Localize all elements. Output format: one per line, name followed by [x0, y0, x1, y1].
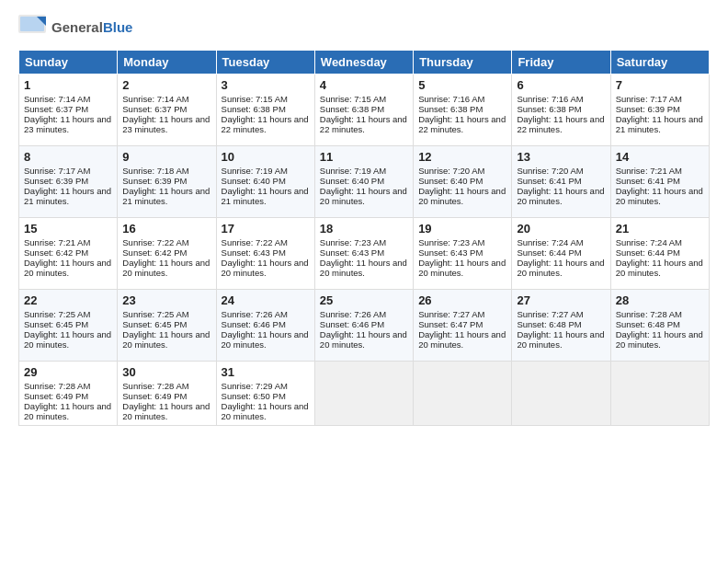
page: GeneralBlue Sunday Monday Tuesday Wednes… [0, 0, 728, 563]
col-friday: Friday [512, 51, 610, 75]
day-number: 17 [222, 222, 310, 236]
daylight-label: Daylight: 11 hours and 23 minutes. [24, 114, 111, 134]
table-row: 7 Sunrise: 7:17 AM Sunset: 6:39 PM Dayli… [610, 75, 709, 146]
sunrise-label: Sunrise: 7:16 AM [418, 94, 484, 104]
sunset-label: Sunset: 6:41 PM [517, 176, 581, 186]
sunset-label: Sunset: 6:42 PM [24, 247, 88, 258]
daylight-label: Daylight: 11 hours and 20 minutes. [122, 258, 210, 278]
sunrise-label: Sunrise: 7:22 AM [222, 237, 288, 247]
day-number: 11 [320, 150, 408, 164]
table-row [414, 362, 512, 426]
day-number: 21 [616, 222, 704, 236]
daylight-label: Daylight: 11 hours and 20 minutes. [24, 258, 111, 278]
sunset-label: Sunset: 6:45 PM [122, 319, 187, 329]
logo-general: General [51, 19, 103, 35]
day-number: 15 [24, 222, 112, 236]
sunset-label: Sunset: 6:46 PM [222, 319, 286, 329]
sunset-label: Sunset: 6:40 PM [320, 176, 384, 186]
logo: GeneralBlue [18, 15, 132, 40]
sunset-label: Sunset: 6:38 PM [517, 104, 581, 114]
sunrise-label: Sunrise: 7:14 AM [122, 94, 188, 104]
table-row: 18 Sunrise: 7:23 AM Sunset: 6:43 PM Dayl… [314, 218, 413, 290]
table-row: 20 Sunrise: 7:24 AM Sunset: 6:44 PM Dayl… [512, 218, 610, 290]
daylight-label: Daylight: 11 hours and 20 minutes. [517, 186, 604, 206]
day-number: 10 [222, 150, 310, 164]
sunset-label: Sunset: 6:40 PM [418, 176, 483, 186]
daylight-label: Daylight: 11 hours and 20 minutes. [320, 258, 407, 278]
sunset-label: Sunset: 6:43 PM [222, 247, 286, 258]
day-number: 2 [122, 78, 210, 92]
sunrise-label: Sunrise: 7:25 AM [122, 309, 188, 319]
sunrise-label: Sunrise: 7:18 AM [122, 166, 188, 176]
sunset-label: Sunset: 6:40 PM [222, 176, 286, 186]
sunrise-label: Sunrise: 7:24 AM [517, 237, 583, 247]
sunrise-label: Sunrise: 7:23 AM [320, 237, 386, 247]
day-number: 16 [122, 222, 210, 236]
table-row: 24 Sunrise: 7:26 AM Sunset: 6:46 PM Dayl… [216, 290, 314, 362]
day-number: 8 [24, 150, 112, 164]
daylight-label: Daylight: 11 hours and 20 minutes. [222, 329, 309, 350]
col-tuesday: Tuesday [216, 51, 314, 75]
sunrise-label: Sunrise: 7:14 AM [24, 94, 90, 104]
table-row: 19 Sunrise: 7:23 AM Sunset: 6:43 PM Dayl… [414, 218, 512, 290]
table-row: 11 Sunrise: 7:19 AM Sunset: 6:40 PM Dayl… [314, 146, 413, 218]
sunrise-label: Sunrise: 7:22 AM [122, 237, 188, 247]
sunrise-label: Sunrise: 7:28 AM [24, 381, 90, 391]
col-sunday: Sunday [19, 51, 118, 75]
day-number: 24 [222, 293, 310, 307]
day-number: 18 [320, 222, 408, 236]
table-row: 10 Sunrise: 7:19 AM Sunset: 6:40 PM Dayl… [216, 146, 314, 218]
table-row: 12 Sunrise: 7:20 AM Sunset: 6:40 PM Dayl… [414, 146, 512, 218]
sunrise-label: Sunrise: 7:25 AM [24, 309, 90, 319]
day-number: 7 [616, 78, 704, 92]
daylight-label: Daylight: 11 hours and 23 minutes. [122, 114, 210, 134]
table-row: 8 Sunrise: 7:17 AM Sunset: 6:39 PM Dayli… [19, 146, 118, 218]
table-row: 23 Sunrise: 7:25 AM Sunset: 6:45 PM Dayl… [118, 290, 216, 362]
daylight-label: Daylight: 11 hours and 20 minutes. [24, 329, 111, 350]
sunrise-label: Sunrise: 7:26 AM [320, 309, 386, 319]
day-number: 26 [418, 293, 506, 307]
daylight-label: Daylight: 11 hours and 20 minutes. [616, 186, 703, 206]
daylight-label: Daylight: 11 hours and 21 minutes. [122, 186, 210, 206]
sunset-label: Sunset: 6:50 PM [222, 391, 286, 401]
day-number: 5 [418, 78, 506, 92]
sunset-label: Sunset: 6:45 PM [24, 319, 88, 329]
sunrise-label: Sunrise: 7:27 AM [517, 309, 583, 319]
daylight-label: Daylight: 11 hours and 20 minutes. [418, 329, 506, 350]
calendar-header: Sunday Monday Tuesday Wednesday Thursday… [19, 51, 710, 75]
sunrise-label: Sunrise: 7:21 AM [24, 237, 90, 247]
table-row: 16 Sunrise: 7:22 AM Sunset: 6:42 PM Dayl… [118, 218, 216, 290]
table-row: 31 Sunrise: 7:29 AM Sunset: 6:50 PM Dayl… [216, 362, 314, 426]
sunset-label: Sunset: 6:43 PM [418, 247, 483, 258]
sunrise-label: Sunrise: 7:26 AM [222, 309, 288, 319]
table-row: 2 Sunrise: 7:14 AM Sunset: 6:37 PM Dayli… [118, 75, 216, 146]
daylight-label: Daylight: 11 hours and 20 minutes. [517, 329, 604, 350]
sunset-label: Sunset: 6:37 PM [122, 104, 187, 114]
table-row: 29 Sunrise: 7:28 AM Sunset: 6:49 PM Dayl… [19, 362, 118, 426]
table-row [314, 362, 413, 426]
sunset-label: Sunset: 6:43 PM [320, 247, 384, 258]
logo-blue: Blue [103, 19, 133, 35]
col-thursday: Thursday [414, 51, 512, 75]
sunset-label: Sunset: 6:46 PM [320, 319, 384, 329]
day-number: 30 [122, 365, 210, 379]
logo-icon [18, 15, 48, 40]
daylight-label: Daylight: 11 hours and 20 minutes. [616, 258, 703, 278]
sunset-label: Sunset: 6:38 PM [320, 104, 384, 114]
table-row: 22 Sunrise: 7:25 AM Sunset: 6:45 PM Dayl… [19, 290, 118, 362]
day-number: 9 [122, 150, 210, 164]
daylight-label: Daylight: 11 hours and 20 minutes. [122, 401, 210, 421]
calendar-body: 1 Sunrise: 7:14 AM Sunset: 6:37 PM Dayli… [19, 75, 710, 426]
header-row: Sunday Monday Tuesday Wednesday Thursday… [19, 51, 710, 75]
sunset-label: Sunset: 6:48 PM [517, 319, 581, 329]
sunset-label: Sunset: 6:49 PM [24, 391, 88, 401]
daylight-label: Daylight: 11 hours and 20 minutes. [122, 329, 210, 350]
day-number: 1 [24, 78, 112, 92]
sunrise-label: Sunrise: 7:17 AM [24, 166, 90, 176]
day-number: 20 [517, 222, 605, 236]
sunrise-label: Sunrise: 7:15 AM [222, 94, 288, 104]
daylight-label: Daylight: 11 hours and 20 minutes. [517, 258, 604, 278]
day-number: 14 [616, 150, 704, 164]
table-row: 28 Sunrise: 7:28 AM Sunset: 6:48 PM Dayl… [610, 290, 709, 362]
col-monday: Monday [118, 51, 216, 75]
